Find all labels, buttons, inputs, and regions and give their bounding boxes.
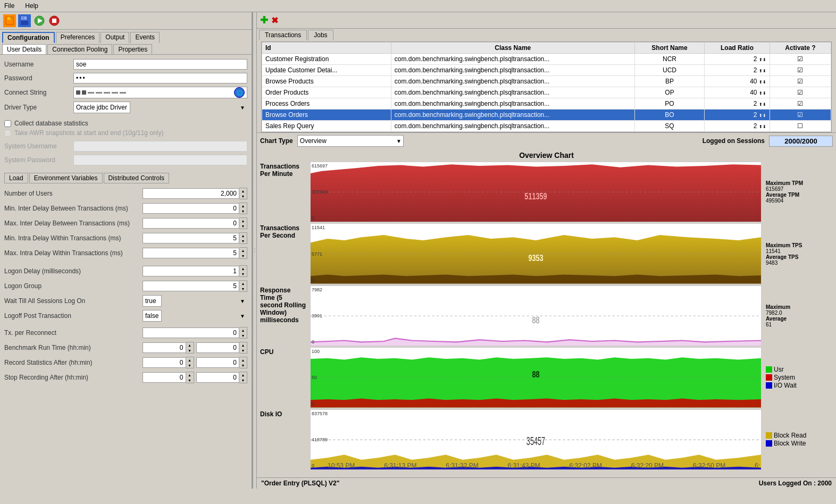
username-input[interactable] bbox=[73, 59, 247, 70]
benchmark-run-down2[interactable]: ▼ bbox=[239, 348, 247, 353]
stop-recording-row: Stop Recording After (hh:min) ▲ ▼ ▲ ▼ bbox=[4, 372, 247, 383]
benchmark-run-up1[interactable]: ▲ bbox=[186, 342, 194, 348]
take-awr-checkbox[interactable] bbox=[4, 130, 11, 137]
diskio-label: Disk IO bbox=[260, 409, 308, 470]
num-users-up[interactable]: ▲ bbox=[239, 188, 247, 194]
num-users-down[interactable]: ▼ bbox=[239, 194, 247, 199]
new-button[interactable] bbox=[3, 14, 16, 27]
tab-jobs[interactable]: Jobs bbox=[308, 30, 333, 40]
max-intra-up[interactable]: ▲ bbox=[239, 248, 247, 253]
tab-preferences[interactable]: Preferences bbox=[56, 32, 100, 43]
cell-ratio: 2 ⬆⬇ bbox=[705, 65, 770, 76]
cell-activate[interactable]: ☐ bbox=[770, 121, 831, 132]
panel-divider[interactable]: ⋮ bbox=[253, 12, 257, 489]
cell-activate[interactable]: ☑ bbox=[770, 98, 831, 110]
diskio-read-legend-label: Block Read bbox=[774, 432, 806, 439]
logon-delay-down[interactable]: ▼ bbox=[239, 271, 247, 276]
sub-tab-properties[interactable]: Properties bbox=[113, 44, 152, 54]
logon-group-up[interactable]: ▲ bbox=[239, 281, 247, 286]
add-button[interactable]: ✚ bbox=[260, 14, 268, 26]
logoff-post-select[interactable]: false true bbox=[143, 310, 162, 322]
wait-all-sessions-select[interactable]: true false bbox=[143, 295, 162, 307]
benchmark-run-input1[interactable] bbox=[143, 342, 186, 353]
max-intra-label: Max. Intra Delay Within Transactions (ms… bbox=[4, 249, 143, 257]
max-inter-input[interactable] bbox=[143, 218, 239, 229]
run-button[interactable] bbox=[33, 14, 46, 27]
system-password-row: System Password bbox=[4, 155, 247, 165]
max-intra-input[interactable] bbox=[143, 248, 239, 258]
connect-string-input[interactable]: 🌐 bbox=[73, 87, 247, 98]
min-intra-up[interactable]: ▲ bbox=[239, 233, 247, 238]
table-row[interactable]: Sales Rep Query com.dom.benchmarking.swi… bbox=[262, 121, 831, 132]
benchmark-run-down1[interactable]: ▼ bbox=[186, 348, 194, 353]
logon-delay-label: Logon Delay (milliseconds) bbox=[4, 267, 143, 275]
num-users-label: Number of Users bbox=[4, 190, 143, 197]
tab-transactions[interactable]: Transactions bbox=[259, 30, 307, 40]
tx-reconnect-down[interactable]: ▼ bbox=[239, 333, 247, 338]
stop-recording-input1[interactable] bbox=[143, 372, 186, 383]
table-row[interactable]: Order Products com.dom.benchmarking.swin… bbox=[262, 87, 831, 98]
tx-reconnect-input[interactable] bbox=[143, 327, 239, 338]
collect-stats-checkbox[interactable] bbox=[4, 120, 11, 127]
max-inter-label: Max. Inter Delay Between Transactions (m… bbox=[4, 220, 143, 227]
table-row[interactable]: Browse Orders com.dom.benchmarking.swing… bbox=[262, 110, 831, 121]
min-inter-up[interactable]: ▲ bbox=[239, 203, 247, 208]
system-password-input[interactable] bbox=[73, 155, 247, 165]
sub-tab-connection-pooling[interactable]: Connection Pooling bbox=[47, 44, 112, 54]
max-intra-down[interactable]: ▼ bbox=[239, 253, 247, 258]
table-row[interactable]: Customer Registration com.dom.benchmarki… bbox=[262, 54, 831, 65]
cell-activate[interactable]: ☑ bbox=[770, 110, 831, 121]
remove-button[interactable]: ✖ bbox=[271, 15, 278, 26]
svg-text:88: 88 bbox=[532, 315, 539, 325]
cell-activate[interactable]: ☑ bbox=[770, 87, 831, 98]
cell-activate[interactable]: ☑ bbox=[770, 54, 831, 65]
min-inter-input[interactable] bbox=[143, 203, 239, 214]
logon-group-down[interactable]: ▼ bbox=[239, 286, 247, 291]
form-content: Username Password Connect String bbox=[0, 55, 252, 489]
connect-icon[interactable]: 🌐 bbox=[234, 87, 245, 98]
sub-tab-user-details[interactable]: User Details bbox=[2, 44, 46, 54]
driver-type-select[interactable]: Oracle jdbc Driver bbox=[73, 102, 130, 113]
password-input[interactable] bbox=[73, 73, 247, 83]
driver-type-row: Driver Type Oracle jdbc Driver bbox=[4, 102, 247, 113]
record-stats-input2[interactable] bbox=[196, 357, 240, 368]
tx-reconnect-up[interactable]: ▲ bbox=[239, 327, 247, 333]
system-username-input[interactable] bbox=[73, 141, 247, 152]
table-row[interactable]: Update Customer Detai... com.dom.benchma… bbox=[262, 65, 831, 76]
menu-help[interactable]: Help bbox=[23, 1, 40, 11]
menu-file[interactable]: File bbox=[2, 1, 16, 11]
benchmark-run-up2[interactable]: ▲ bbox=[239, 342, 247, 348]
logon-delay-input[interactable] bbox=[143, 266, 239, 276]
right-toolbar: ✚ ✖ bbox=[257, 12, 836, 29]
cpu-chart-info: Usr System I/O Wait bbox=[764, 347, 833, 408]
cell-id: Order Products bbox=[262, 87, 391, 98]
tab-events[interactable]: Events bbox=[130, 32, 160, 43]
benchmark-run-input2[interactable] bbox=[196, 342, 240, 353]
col-id: Id bbox=[262, 43, 391, 54]
logon-delay-up[interactable]: ▲ bbox=[239, 266, 247, 271]
tab-configuration[interactable]: Configuration bbox=[2, 32, 55, 43]
chart-type-select[interactable]: Overview Transactions Per Minute Transac… bbox=[297, 135, 404, 147]
cpu-usr-legend-label: Usr bbox=[774, 366, 784, 373]
table-row[interactable]: Browse Products com.dom.benchmarking.swi… bbox=[262, 76, 831, 87]
take-awr-row: Take AWR snapshots at start and end (10g… bbox=[4, 129, 247, 137]
record-stats-input1[interactable] bbox=[143, 357, 186, 368]
max-inter-down[interactable]: ▼ bbox=[239, 223, 247, 229]
cell-class: com.dom.benchmarking.swingbench.plsqltra… bbox=[391, 121, 634, 132]
min-intra-down[interactable]: ▼ bbox=[239, 238, 247, 243]
num-users-input[interactable] bbox=[143, 188, 239, 199]
cell-activate[interactable]: ☑ bbox=[770, 76, 831, 87]
min-inter-down[interactable]: ▼ bbox=[239, 208, 247, 214]
tx-reconnect-row: Tx. per Reconnect ▲ ▼ bbox=[4, 327, 247, 339]
min-intra-input[interactable] bbox=[143, 233, 239, 243]
num-users-spinner[interactable]: ▲ ▼ bbox=[143, 188, 247, 199]
min-inter-label: Min. Inter Delay Between Transactions (m… bbox=[4, 205, 143, 212]
logon-group-input[interactable] bbox=[143, 281, 239, 291]
cell-activate[interactable]: ☑ bbox=[770, 65, 831, 76]
stop-button[interactable] bbox=[48, 14, 61, 27]
table-row[interactable]: Process Orders com.dom.benchmarking.swin… bbox=[262, 98, 831, 110]
tab-output[interactable]: Output bbox=[101, 32, 129, 43]
stop-recording-input2[interactable] bbox=[196, 372, 240, 383]
max-inter-up[interactable]: ▲ bbox=[239, 218, 247, 223]
save-button[interactable] bbox=[18, 14, 31, 27]
